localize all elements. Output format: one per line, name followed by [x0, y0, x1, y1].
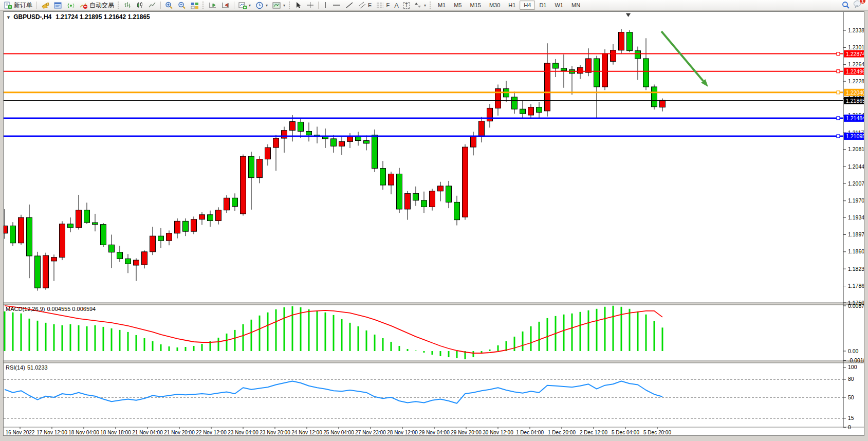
price-tick-label[interactable]: 1.22640 [848, 61, 864, 67]
periods-button[interactable]: ▾ [253, 1, 270, 10]
price-tick-label[interactable]: 1.19700 [848, 197, 864, 204]
line-chart-button[interactable] [146, 1, 158, 10]
date-label[interactable]: 21 Nov 20:00 [164, 430, 195, 435]
pane-splitter[interactable] [4, 303, 864, 305]
horizontal-line-button[interactable] [330, 1, 343, 10]
timeframe-m30[interactable]: M30 [485, 1, 504, 10]
timeframe-h1[interactable]: H1 [504, 1, 520, 10]
price-tick-label[interactable]: 1.18600 [848, 248, 864, 254]
date-label[interactable]: 17 Nov 12:00 [36, 430, 67, 435]
date-label[interactable]: 24 Nov 12:00 [291, 430, 322, 435]
chart-canvas[interactable]: 1.233801.230101.226401.222801.219101.215… [4, 12, 864, 435]
zoom-in-button[interactable] [163, 1, 175, 10]
chart-window[interactable]: 1.233801.230101.226401.222801.219101.215… [3, 11, 864, 436]
fibonacci-button[interactable]: F [374, 1, 392, 10]
timeframe-m15[interactable]: M15 [466, 1, 485, 10]
date-label[interactable]: 30 Nov 12:00 [483, 430, 513, 435]
date-label[interactable]: 27 Nov 23:00 [355, 430, 386, 435]
date-label[interactable]: 1 Dec 20:00 [548, 430, 576, 435]
timeframe-d1[interactable]: D1 [535, 1, 550, 10]
price-line-label: 1.22040 [846, 89, 864, 96]
megaphone-icon [41, 2, 49, 9]
line-anchor-marker[interactable] [837, 117, 840, 120]
line-anchor-marker[interactable] [837, 70, 840, 73]
macd-bar [275, 309, 277, 351]
search-icon[interactable] [842, 1, 850, 9]
date-label[interactable]: 25 Nov 04:00 [323, 430, 354, 435]
text-label-button[interactable]: T [401, 1, 412, 10]
price-tick-label[interactable]: 1.18230 [848, 266, 864, 272]
price-tick-label[interactable]: 1.20070 [848, 180, 864, 187]
cursor-button[interactable] [293, 1, 304, 10]
signals-button[interactable] [65, 1, 77, 10]
timeframe-mn[interactable]: MN [567, 1, 584, 10]
candle-body [68, 224, 73, 228]
pane-splitter[interactable] [4, 361, 864, 363]
macd-bar [78, 325, 80, 351]
price-tick-label[interactable]: 1.17860 [848, 283, 864, 289]
timeframe-w1[interactable]: W1 [550, 1, 567, 10]
timeframe-h4[interactable]: H4 [520, 1, 535, 10]
price-tick-label[interactable]: 1.18970 [848, 231, 864, 237]
chat-button[interactable]: 1 [853, 0, 862, 10]
date-label[interactable]: 16 Nov 2022 [6, 430, 35, 435]
new-chart-button[interactable]: ▾ [236, 1, 253, 10]
price-tick-label[interactable]: 1.20440 [848, 163, 864, 170]
bar-chart-button[interactable] [122, 1, 134, 10]
date-label[interactable]: 29 Nov 20:00 [451, 430, 482, 435]
timeframe-m5[interactable]: M5 [450, 1, 466, 10]
metaeditor-button[interactable] [52, 1, 64, 10]
price-tick-label[interactable]: 1.23380 [848, 27, 864, 33]
line-anchor-marker[interactable] [837, 135, 840, 138]
date-label[interactable]: 5 Dec 20:00 [643, 430, 671, 435]
chart-title: ▼ GBPUSD-,H4 1.21724 1.21895 1.21642 1.2… [6, 13, 150, 21]
chart-shift-button[interactable] [219, 1, 232, 10]
line-anchor-marker[interactable] [837, 52, 840, 56]
date-label[interactable]: 5 Dec 04:00 [612, 430, 639, 435]
date-label[interactable]: 2 Dec 12:00 [580, 430, 607, 435]
zoom-out-button[interactable] [176, 1, 188, 10]
date-label[interactable]: 21 Nov 04:00 [132, 430, 163, 435]
price-tick-label[interactable]: 1.19340 [848, 214, 864, 220]
trendline-button[interactable] [343, 1, 356, 10]
macd-bar [382, 338, 384, 351]
price-tick-label[interactable]: 1.23010 [848, 44, 864, 50]
autotrading-button[interactable]: 自动交易 [78, 1, 116, 10]
templates-button[interactable]: ▾ [270, 1, 287, 10]
date-label[interactable]: 23 Nov 20:00 [260, 430, 290, 435]
vertical-line-button[interactable] [321, 1, 330, 10]
equidistant-channel-button[interactable]: E [356, 1, 374, 10]
new-order-button[interactable]: 新订单 [2, 1, 34, 10]
trend-arrow[interactable] [661, 31, 703, 81]
macd-bar [234, 330, 236, 351]
macd-bar [169, 346, 170, 351]
date-label[interactable]: 18 Nov 04:00 [68, 430, 99, 435]
tile-windows-button[interactable] [189, 1, 201, 10]
macd-bar [629, 309, 631, 351]
candle-body [520, 109, 526, 114]
candle-body [578, 67, 583, 74]
line-anchor-marker[interactable] [837, 91, 840, 94]
candlestick-chart-button[interactable] [134, 1, 146, 10]
price-tick-label[interactable]: 1.20810 [848, 146, 864, 152]
macd-bar [423, 351, 425, 353]
shift-marker[interactable] [626, 13, 631, 17]
crosshair-button[interactable] [304, 1, 316, 10]
macd-bar [563, 315, 565, 351]
date-label[interactable]: 18 Nov 18:00 [100, 430, 131, 435]
date-label[interactable]: 1 Dec 04:00 [516, 430, 544, 435]
timeframe-m1[interactable]: M1 [434, 1, 450, 10]
collapse-triangle-icon[interactable]: ▼ [6, 15, 11, 20]
auto-scroll-button[interactable] [207, 1, 219, 10]
date-label[interactable]: 29 Nov 04:00 [419, 430, 450, 435]
arrows-button[interactable]: ▾ [412, 1, 428, 10]
megaphone-button[interactable] [39, 1, 51, 10]
date-label[interactable]: 28 Nov 12:00 [387, 430, 418, 435]
text-button[interactable]: A [392, 1, 401, 10]
macd-bar [604, 307, 606, 351]
price-tick-label[interactable]: 1.22280 [848, 78, 864, 84]
macd-bar [448, 351, 450, 357]
macd-bar [267, 313, 269, 351]
date-label[interactable]: 22 Nov 12:00 [196, 430, 227, 435]
date-label[interactable]: 23 Nov 04:00 [228, 430, 258, 435]
